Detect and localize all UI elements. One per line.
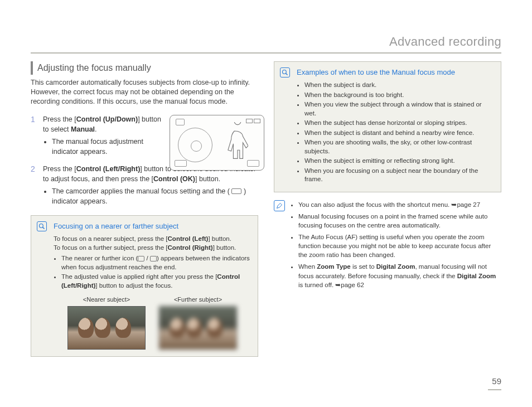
- thumb-label: <Further subject>: [159, 295, 237, 304]
- callout-focusing-nearer-farther: Focusing on a nearer or farther subject …: [31, 215, 258, 357]
- step-number: 2: [31, 164, 37, 208]
- text: You can also adjust the focus with the s…: [298, 201, 451, 208]
- chapter-title: Advanced recording: [389, 33, 501, 51]
- text: page 27: [457, 201, 480, 208]
- arrow-icon: ➥: [451, 201, 457, 208]
- text-bold: Control (Left/Right): [76, 165, 141, 173]
- text: The camcorder applies the manual focus s…: [52, 187, 230, 195]
- list-item: When you view the subject through a wind…: [304, 100, 494, 118]
- far-icon: [150, 256, 157, 261]
- thumb-nearer: <Nearer subject>: [67, 295, 146, 350]
- note-item: You can also adjust the focus with the s…: [298, 200, 501, 209]
- step-bullet: The manual focus adjustment indicator ap…: [52, 137, 166, 157]
- near-indicator-icon: [175, 160, 187, 167]
- magnifier-icon: [37, 221, 47, 231]
- text: .: [95, 125, 96, 133]
- thumb-farther: <Further subject>: [159, 295, 237, 350]
- thumbnail-row: <Nearer subject> <Further subject>: [54, 295, 251, 350]
- right-column: Examples of when to use the Manual focus…: [274, 61, 501, 357]
- near-icon: [138, 256, 144, 261]
- text: Press the [: [43, 165, 76, 173]
- text: When: [298, 263, 317, 270]
- callout-title: Focusing on a nearer or farther subject: [54, 221, 251, 231]
- indicator-icon: [231, 188, 241, 194]
- thumbnail-image-nearer: [67, 306, 146, 350]
- pencil-icon: [274, 200, 285, 211]
- svg-point-0: [40, 224, 43, 228]
- text-bold: Control (Left): [168, 235, 209, 242]
- content-columns: Adjusting the focus manually This camcor…: [31, 61, 501, 357]
- svg-line-1: [43, 227, 45, 229]
- text: ] button.: [195, 175, 220, 183]
- list-item: When the subject has dense horizontal or…: [304, 119, 494, 128]
- subject-silhouette-icon: [227, 122, 248, 161]
- svg-point-2: [283, 70, 287, 74]
- text: To focus on a further subject, press the…: [54, 244, 168, 251]
- text: is set to: [351, 263, 376, 270]
- text-bold: Manual: [71, 125, 95, 133]
- arrow-icon: ➥: [335, 282, 341, 288]
- top-rule: [31, 52, 501, 54]
- text: ] button.: [213, 244, 236, 251]
- callout-line: To focus on a nearer subject, press the …: [54, 235, 251, 244]
- text-bold: Digital Zoom: [376, 263, 415, 270]
- list-item: When the subject is emitting or reflecti…: [304, 157, 494, 166]
- thumbnail-image-farther: [159, 306, 237, 350]
- card-icon: [176, 119, 185, 125]
- callout-examples-manual-focus: Examples of when to use the Manual focus…: [274, 61, 501, 192]
- text-bold: Zoom Type: [317, 263, 350, 270]
- step-body: Press the [Control (Up/Down)] button to …: [43, 114, 166, 158]
- section-heading: Adjusting the focus manually: [31, 61, 258, 75]
- text: Press the [: [43, 115, 76, 123]
- camcorder-screen-illustration: [170, 115, 264, 171]
- text: The adjusted value is applied right afte…: [61, 273, 217, 280]
- list-item: When the subject is dark.: [304, 81, 494, 90]
- note-item: Manual focusing focuses on a point in th…: [298, 212, 501, 230]
- step-bullet: The camcorder applies the manual focus s…: [52, 186, 258, 206]
- list-item: When you are shooting walls, the sky, or…: [304, 138, 494, 156]
- callout-title: Examples of when to use the Manual focus…: [297, 67, 494, 77]
- text-bold: Control (Right): [168, 244, 213, 251]
- callout-bullet: The nearer or further icon ( / ) appears…: [61, 254, 251, 272]
- note-body: You can also adjust the focus with the s…: [291, 200, 501, 292]
- text: ] button to adjust the focus.: [95, 282, 172, 289]
- callout-line: To focus on a further subject, press the…: [54, 244, 251, 253]
- list-item: When the subject is distant and behind a…: [304, 129, 494, 138]
- left-column: Adjusting the focus manually This camcor…: [31, 61, 258, 357]
- thumb-label: <Nearer subject>: [67, 295, 146, 304]
- intro-paragraph: This camcorder automatically focuses sub…: [31, 78, 258, 106]
- focus-dial-icon: [178, 128, 212, 162]
- list-item: When the background is too bright.: [304, 91, 494, 100]
- callout-body: When the subject is dark. When the backg…: [297, 81, 494, 184]
- page-number-rule: [488, 389, 501, 390]
- text: page 62: [341, 282, 364, 288]
- note-item: The Auto Focus (AF) setting is useful wh…: [298, 232, 501, 259]
- list-item: When you are focusing on a subject near …: [304, 167, 494, 184]
- text: To focus on a nearer subject, press the …: [54, 235, 168, 242]
- text-bold: Digital Zoom: [457, 273, 496, 279]
- text: The nearer or further icon (: [61, 255, 138, 261]
- text: is turned off.: [298, 282, 335, 288]
- text-bold: Control (Up/Down): [76, 115, 138, 123]
- magnifier-icon: [280, 67, 290, 77]
- text: /: [144, 255, 150, 261]
- callout-body: To focus on a nearer subject, press the …: [54, 235, 251, 350]
- svg-line-3: [286, 74, 288, 75]
- far-indicator-icon: [247, 160, 259, 167]
- note-block: You can also adjust the focus with the s…: [274, 200, 501, 292]
- text-bold: Control (OK): [153, 175, 195, 183]
- text: ] button.: [208, 235, 231, 242]
- callout-bullet: The adjusted value is applied right afte…: [61, 273, 251, 290]
- page-number: 59: [492, 375, 501, 387]
- note-item: When Zoom Type is set to Digital Zoom, m…: [298, 262, 501, 289]
- step-number: 1: [31, 114, 37, 158]
